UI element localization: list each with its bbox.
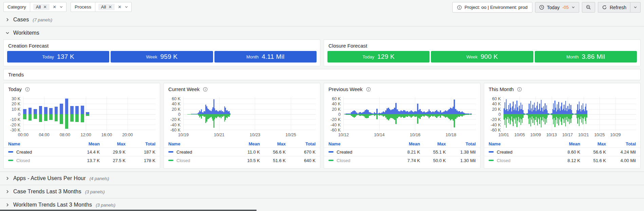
stat-tile: Week900 K <box>431 51 533 63</box>
remove-chip-icon[interactable]: ✕ <box>43 5 47 9</box>
category-filter-chip[interactable]: All ✕ <box>33 4 50 10</box>
info-icon[interactable] <box>366 87 371 92</box>
row-panel-count: (3 panels) <box>96 203 115 208</box>
legend-header-name[interactable]: Name <box>489 141 549 146</box>
legend-series-toggle[interactable]: Closed <box>328 158 389 163</box>
legend-header-mean[interactable]: Mean <box>389 141 420 146</box>
process-filter-value[interactable]: All ✕ ✕ <box>95 2 131 12</box>
gridline <box>183 104 316 104</box>
info-icon[interactable] <box>203 87 208 92</box>
x-tick-label: 08:00 <box>60 133 70 137</box>
stat-tile: Today129 K <box>327 51 430 63</box>
legend-header-name[interactable]: Name <box>328 141 389 146</box>
legend-series-toggle[interactable]: Created <box>8 150 69 155</box>
legend-series-toggle[interactable]: Closed <box>168 158 229 163</box>
closed-bar <box>44 114 48 121</box>
legend-header-max[interactable]: Max <box>260 141 286 146</box>
row-title: Case Trends Last 3 Months <box>13 189 81 195</box>
y-tick-label: -30 K <box>7 128 20 133</box>
legend-header-mean[interactable]: Mean <box>69 141 100 146</box>
chart-plot[interactable]: 60 K40 K20 K0-20 K-40 K-60 K <box>167 97 316 131</box>
chevron-right-icon <box>5 18 10 22</box>
chart-plot[interactable]: 30 K20 K10 K0-10 K-20 K-30 K <box>7 97 156 131</box>
stat-tile: Month3.86 Mil <box>535 51 637 63</box>
row-workitems[interactable]: Workitems <box>0 27 644 39</box>
legend-series-name: Created <box>16 150 32 155</box>
legend-header-mean[interactable]: Mean <box>229 141 260 146</box>
legend-series-toggle[interactable]: Closed <box>489 158 549 163</box>
legend-total-value: 670 K <box>286 150 316 155</box>
clear-filter-icon[interactable]: ✕ <box>118 5 121 9</box>
legend-mean-value: 7.74 K <box>389 158 420 163</box>
filter-group: Category All ✕ ✕ Process All ✕ ✕ <box>3 2 132 12</box>
y-tick-label: -60 K <box>488 128 501 133</box>
chart-plot[interactable]: 60 K40 K20 K0-20 K-40 K-60 K <box>488 97 636 131</box>
refresh-interval-button[interactable] <box>630 2 641 13</box>
x-tick-label: 10/14 <box>374 133 384 137</box>
row-cases[interactable]: Cases (7 panels) <box>0 13 644 26</box>
created-bar <box>65 99 69 114</box>
legend-header-mean[interactable]: Mean <box>549 141 580 146</box>
x-tick-label: 10/05 <box>514 133 525 137</box>
info-icon[interactable] <box>25 87 30 92</box>
closed-bar <box>70 114 74 122</box>
process-filter[interactable]: Process All ✕ ✕ <box>71 2 132 12</box>
info-icon[interactable] <box>517 87 522 92</box>
row-title: WorkItem Trends Last 3 Months <box>13 202 92 208</box>
legend-header-name[interactable]: Name <box>8 141 69 146</box>
legend-header-max[interactable]: Max <box>100 141 126 146</box>
zoom-out-button[interactable] <box>582 2 595 13</box>
y-tick-label: -20 K <box>167 118 181 122</box>
gridline <box>23 130 156 130</box>
panel-title[interactable]: Today <box>8 86 22 92</box>
x-axis-labels: 00:0004:0008:0012:0016:0020:00 <box>7 133 156 138</box>
legend-series-name: Closed <box>337 158 350 163</box>
panel-title[interactable]: Closure Forecast <box>324 40 640 51</box>
closed-bar <box>49 114 53 120</box>
x-tick-label: 10/21 <box>214 133 224 137</box>
y-tick-label: -40 K <box>327 123 341 127</box>
legend-header-total[interactable]: Total <box>126 141 155 146</box>
legend-row: Closed7.74 K50.0 K1.30 Mil <box>324 156 480 164</box>
stat-tile: Today137 K <box>7 51 109 63</box>
legend-series-toggle[interactable]: Closed <box>8 158 69 163</box>
x-tick-label: 16:00 <box>101 133 112 137</box>
chevron-down-icon[interactable] <box>125 5 128 9</box>
chart-plot[interactable]: 60 K40 K20 K0-20 K-40 K-60 K <box>327 97 476 131</box>
panel-title[interactable]: This Month <box>489 86 514 92</box>
panel-title[interactable]: Creation Forecast <box>4 40 320 51</box>
legend-header-total[interactable]: Total <box>606 141 636 146</box>
legend-header-name[interactable]: Name <box>168 141 229 146</box>
context-badge[interactable]: Project: oo | Environment: prod <box>452 2 532 13</box>
panel-title[interactable]: Previous Week <box>328 86 363 92</box>
row-workitem-trends[interactable]: WorkItem Trends Last 3 Months (3 panels) <box>0 198 644 211</box>
panel-title[interactable]: Trends <box>4 69 640 80</box>
legend-series-toggle[interactable]: Created <box>328 150 389 155</box>
legend-header-total[interactable]: Total <box>286 141 316 146</box>
stat-tiles: Today137 KWeek959 KMonth4.11 Mil <box>4 51 320 66</box>
zoom-out-icon <box>586 5 591 10</box>
panel-title[interactable]: Current Week <box>168 86 200 92</box>
legend-header-max[interactable]: Max <box>580 141 606 146</box>
legend-header-max[interactable]: Max <box>420 141 446 146</box>
horizontal-scrollbar[interactable] <box>0 210 257 211</box>
process-filter-chip[interactable]: All ✕ <box>98 4 115 10</box>
category-filter-value[interactable]: All ✕ ✕ <box>30 2 66 12</box>
row-apps[interactable]: Apps - Active Users Per Hour (4 panels) <box>0 172 644 185</box>
legend-series-toggle[interactable]: Created <box>489 150 549 155</box>
closed-bar <box>60 114 63 124</box>
time-picker-button[interactable]: Today -05 <box>535 2 579 13</box>
legend-max-value: 51.6 K <box>580 158 606 163</box>
closed-bar <box>23 114 26 119</box>
category-filter[interactable]: Category All ✕ ✕ <box>3 2 67 12</box>
legend-header-total[interactable]: Total <box>446 141 476 146</box>
chevron-down-icon[interactable] <box>59 5 63 9</box>
y-tick-label: 0 <box>7 112 20 117</box>
y-tick-label: 40 K <box>167 102 181 106</box>
refresh-button[interactable]: Refresh <box>598 2 630 13</box>
legend-series-toggle[interactable]: Created <box>168 150 229 155</box>
clear-filter-icon[interactable]: ✕ <box>53 5 56 9</box>
remove-chip-icon[interactable]: ✕ <box>108 5 112 9</box>
row-case-trends[interactable]: Case Trends Last 3 Months (3 panels) <box>0 185 644 198</box>
created-bar <box>60 104 63 114</box>
